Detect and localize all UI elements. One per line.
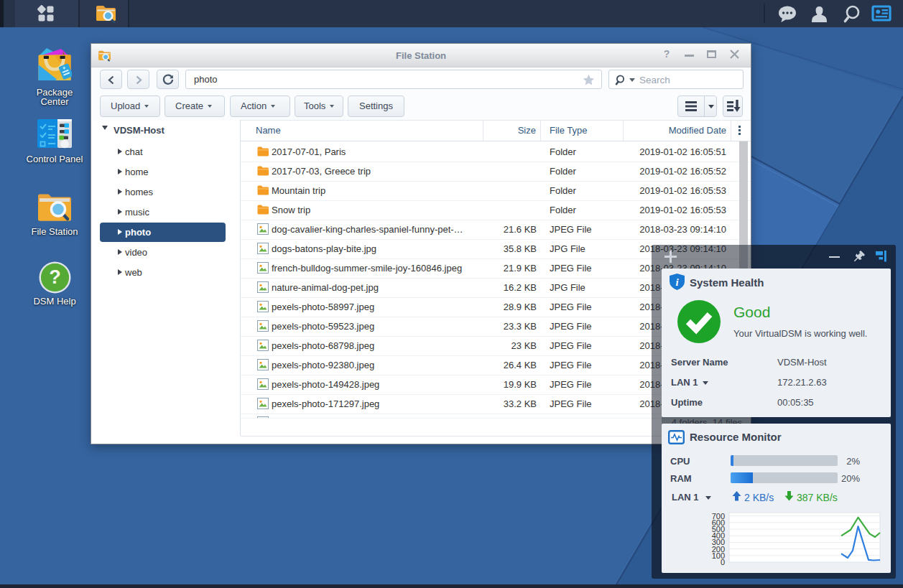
svg-text:0: 0 bbox=[721, 558, 725, 566]
svg-text:?: ? bbox=[49, 266, 61, 288]
